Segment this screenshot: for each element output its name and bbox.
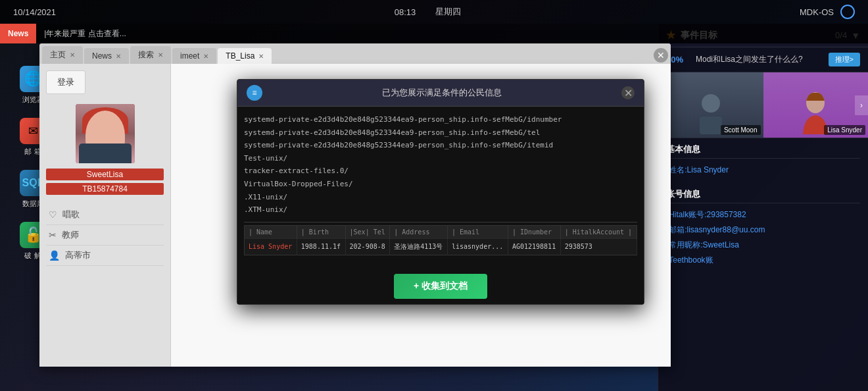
menu-item-teacher[interactable]: ✂ 教师 (46, 225, 164, 246)
cell-hitalk: 2938573 (560, 238, 637, 255)
tab-search-close[interactable]: ✕ (158, 51, 163, 59)
log-line-2: systemd-private-e2d3d4b20e848g523344ea9-… (244, 126, 637, 140)
tab-tb-lisa[interactable]: TB_Lisa ✕ (218, 48, 272, 64)
citizen-modal-body: systemd-private-e2d3d4b20e848g523344ea9-… (237, 107, 644, 269)
citizen-log: systemd-private-e2d3d4b20e848g523344ea9-… (244, 113, 637, 217)
profile-card-female[interactable]: Lisa Snyder (763, 72, 869, 138)
svg-point-0 (702, 94, 720, 113)
profile-cards: Scott Moon Lisa Snyder › (658, 72, 868, 138)
basic-info-title: 基本信息 (666, 143, 860, 159)
cell-address: 圣洛迪路4113号 (390, 238, 448, 255)
mail-label: 邮 箱 (24, 147, 41, 157)
col-name: | Name (245, 225, 297, 238)
topbar-left: 10/14/2021 (13, 7, 56, 17)
heart-icon: ♡ (49, 209, 57, 220)
close-all-button[interactable]: ✕ (654, 48, 668, 63)
tab-news-close[interactable]: ✕ (116, 53, 121, 60)
right-panel-progress: 40% Modi和Lisa之间发生了什么么? 推理> (658, 47, 868, 72)
nickname-row: •常用昵称:SweetLisa (666, 238, 860, 253)
tui-button[interactable]: 推理> (829, 53, 860, 66)
modal-close-button[interactable]: ✕ (621, 86, 635, 99)
event-question: Modi和Lisa之间发生了什么么? (696, 54, 822, 65)
table-data-row: Lisa Snyder 1988.11.1f 202-908-8 圣洛迪路411… (245, 238, 637, 255)
toothbook-row: •Teethbook账 (666, 253, 860, 268)
tab-tb-lisa-close[interactable]: ✕ (258, 53, 264, 60)
citizen-modal: ≡ 已为您展示满足条件的公民信息 ✕ systemd-private-e2d3d… (237, 79, 644, 305)
scissors-icon: ✂ (49, 230, 57, 240)
crack-label: 破 解 (24, 251, 41, 261)
tab-imeet[interactable]: imeet ✕ (172, 48, 216, 64)
modal-title: 已为您展示满足条件的公民信息 (269, 87, 615, 99)
person-icon: 👤 (49, 250, 60, 261)
menu-city-label: 高蒂市 (65, 249, 91, 261)
email-label: •邮箱:lisasnyder88@uu.com (666, 225, 765, 234)
citizen-modal-header: ≡ 已为您展示满足条件的公民信息 ✕ (237, 80, 644, 107)
browser-sidebar: 登录 SweetLisa TB15874784 ♡ 唱歌 (39, 64, 171, 367)
tab-home[interactable]: 主页 ✕ (42, 46, 83, 64)
tab-imeet-label: imeet (180, 51, 199, 61)
sidebar-menu: ♡ 唱歌 ✂ 教师 👤 高蒂市 (46, 205, 164, 266)
toothbook-label: •Teethbook账 (666, 255, 713, 265)
log-line-3: systemd-private-e2d3d4b20e848g523344ea9-… (244, 139, 637, 152)
user-id-badge: TB15874784 (46, 183, 164, 195)
hitalk-label: •Hitalk账号:293857382 (666, 210, 746, 219)
avatar-body (79, 143, 132, 163)
nickname-label: •常用昵称:SweetLisa (666, 240, 739, 249)
log-line-8: .XTM-unix/ (244, 203, 637, 217)
menu-sing-label: 唱歌 (62, 209, 80, 221)
menu-item-sing[interactable]: ♡ 唱歌 (46, 205, 164, 225)
tab-home-label: 主页 (50, 49, 66, 61)
male-name-tag: Scott Moon (721, 125, 761, 135)
tab-news-label: News (92, 51, 112, 61)
log-line-4: Test-unix/ (244, 152, 637, 165)
col-email: | Email (447, 225, 508, 238)
col-address: | Address (390, 225, 448, 238)
log-line-5: tracker-extract-files.0/ (244, 165, 637, 178)
user-name-badge: SweetLisa (46, 169, 164, 180)
news-content: |年来最严重 点击查看... (36, 28, 133, 39)
log-line-7: .X11-unix/ (244, 191, 637, 204)
time-display: 08:13 (395, 7, 416, 17)
right-panel: ★ 事件目标 0/4 ▼ 40% Modi和Lisa之间发生了什么么? 推理> (658, 24, 868, 391)
desktop: PRIORD 10/14/2021 08:13 星期四 MDK-OS News … (0, 0, 868, 391)
tab-search[interactable]: 搜索 ✕ (130, 46, 171, 64)
arrow-button[interactable]: › (855, 95, 868, 115)
col-sex-tel: |Sex| Tel (345, 225, 390, 238)
tab-tb-lisa-label: TB_Lisa (226, 51, 254, 61)
table-header-row: | Name | Birth |Sex| Tel | Address | Ema… (245, 225, 637, 238)
tab-news[interactable]: News ✕ (84, 48, 129, 64)
menu-teacher-label: 教师 (62, 229, 79, 241)
account-info-section: 账号信息 •Hitalk账号:293857382 •邮箱:lisasnyder8… (658, 183, 868, 273)
browser-tabs: 主页 ✕ News ✕ 搜索 ✕ imeet ✕ TB_Lisa ✕ ✕ (39, 43, 671, 64)
collect-button[interactable]: + 收集到文档 (394, 274, 487, 299)
tab-search-label: 搜索 (138, 49, 154, 61)
news-bar: News |年来最严重 点击查看... (0, 24, 868, 43)
name-label: •姓名:Lisa Snyder (666, 165, 729, 174)
collect-btn-container: + 收集到文档 (237, 269, 644, 304)
topbar-center: 08:13 星期四 (395, 6, 462, 18)
basic-info-section: 基本信息 •姓名:Lisa Snyder (658, 138, 868, 183)
topbar-right: MDK-OS (800, 5, 855, 19)
tab-imeet-close[interactable]: ✕ (203, 53, 208, 60)
name-info-row: •姓名:Lisa Snyder (666, 163, 860, 178)
cell-sex-tel: 202-908-8 (345, 238, 390, 255)
menu-item-city[interactable]: 👤 高蒂市 (46, 246, 164, 266)
log-line-1: systemd-private-e2d3d4b20e848g523344ea9-… (244, 113, 637, 126)
profile-card-male[interactable]: Scott Moon (658, 72, 763, 138)
log-line-6: VirtualBox-Dropped-Files/ (244, 178, 637, 191)
account-info-title: 账号信息 (666, 188, 860, 203)
login-tab[interactable]: 登录 (46, 70, 85, 94)
cell-birth: 1988.11.1f (297, 238, 345, 255)
citizen-data-table: | Name | Birth |Sex| Tel | Address | Ema… (244, 225, 637, 255)
date-display: 10/14/2021 (13, 7, 56, 17)
col-idnumber: | IDnumber (508, 225, 560, 238)
col-birth: | Birth (297, 225, 345, 238)
mdk-icon (840, 5, 855, 19)
topbar: 10/14/2021 08:13 星期四 MDK-OS (0, 0, 868, 24)
cell-idnumber: AG012198811 (508, 238, 560, 255)
news-label[interactable]: News (0, 24, 36, 43)
tab-home-close[interactable]: ✕ (70, 51, 75, 59)
female-name-tag: Lisa Snyder (824, 125, 865, 135)
cell-name: Lisa Snyder (245, 238, 297, 255)
email-row: •邮箱:lisasnyder88@uu.com (666, 222, 860, 238)
